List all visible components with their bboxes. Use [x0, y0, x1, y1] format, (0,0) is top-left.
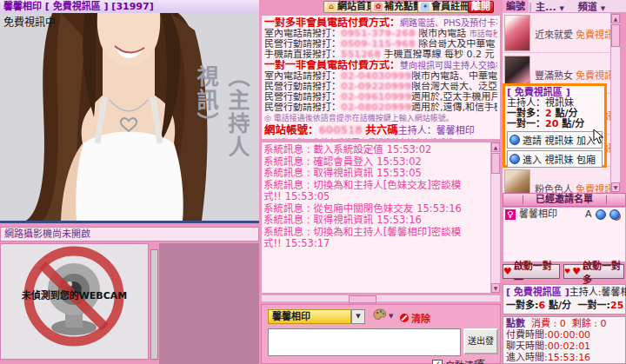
start-one-on-one-button[interactable]: ♥ 啟動一對一 — [503, 264, 560, 279]
scroll-thumb[interactable] — [611, 24, 620, 47]
invited-row[interactable]: ♀ 馨馨相印 A — [503, 208, 625, 222]
free-video-status-label: 免費視訊中 — [3, 14, 56, 29]
webcam-icon[interactable] — [596, 209, 606, 220]
scroll-up-icon[interactable]: ▲ — [611, 14, 620, 23]
heart-icon: ♥ — [572, 266, 581, 277]
column-id: 編號 — [503, 0, 529, 13]
grade-badge: A — [585, 208, 592, 221]
payment-info-panel: 一對多非會員電話付費方式：網路電話、PHS及預付卡不可使 室內電話請撥打：095… — [261, 15, 501, 140]
phone-number: 02-04030999 — [341, 71, 411, 82]
system-message-list: 系統訊息 : 載入系統設定值15:53:02 系統訊息 : 確認會員登入15:5… — [263, 144, 489, 291]
female-icon: ♀ — [505, 209, 516, 220]
lower-left-area — [159, 243, 259, 364]
no-entry-icon — [399, 313, 410, 323]
mouse-cursor — [593, 129, 605, 144]
sender-select[interactable]: 馨馨相印 — [268, 309, 351, 324]
enter-time-value: 15:53:16 — [548, 352, 590, 363]
invited-list-panel: ♀ 馨馨相印 A — [503, 207, 626, 262]
video-chat-app: 馨馨相印 [ 免費視訊區 ] [31997] 免費視訊中 — [0, 0, 626, 364]
phone-number: 551268 — [341, 50, 381, 60]
column-host-sort[interactable]: 主... ▼ — [532, 0, 568, 13]
phone-number: 0951-379-268 — [341, 29, 416, 39]
site-account-label: 網站帳號： — [264, 123, 319, 136]
leave-button[interactable]: 離開 — [468, 1, 494, 13]
sender-select-arrow-icon[interactable]: ▼ — [351, 309, 365, 324]
current-room-info: [ 免費視訊區 ]主持人:馨馨相印 一對多:6 點/分 一對一:25 點/分 — [503, 284, 626, 314]
free-video-badge: 免費視訊 — [576, 68, 614, 82]
auto-clear-option[interactable]: ✓ 自動清除 — [432, 358, 483, 364]
system-message: 系統訊息 : 確認會員登入15:53:02 — [263, 156, 489, 169]
host-thumbnail — [504, 15, 530, 51]
host-video-overlay-label: （主持人視訊） — [190, 65, 252, 169]
pay-title-many: 一對多非會員電話付費方式： — [264, 17, 400, 29]
scroll-up-icon[interactable]: ▲ — [491, 142, 500, 152]
scroll-down-icon[interactable]: ▼ — [611, 182, 620, 192]
host-row[interactable]: 近來就愛 免費視訊 — [503, 13, 610, 53]
palette-arrow-icon[interactable]: ▼ — [389, 313, 393, 320]
paid-time-value: 00:00:00 — [548, 329, 590, 341]
phone-instruction-note: ◎ 電話接通後依語音提示在話機按鍵上輸入網站帳號。 — [264, 113, 497, 123]
message-h-scrollbar[interactable] — [261, 295, 501, 302]
my-webcam-panel: 未偵測到您的WEBCAM — [0, 243, 149, 360]
heart-icon: ♥ — [503, 266, 512, 277]
webcam-red-icon[interactable] — [609, 209, 620, 220]
window-title: 馨馨相印 [ 免費視訊區 ] [31997] — [0, 0, 259, 13]
phone-number: 02-09220999 — [341, 82, 411, 92]
chat-input-panel: 馨馨相印 ▼ ▼ 清除 送出發言 ✓ 自動清除 — [261, 304, 501, 364]
no-webcam-label: 未偵測到您的WEBCAM — [22, 288, 128, 301]
system-message: 系統訊息 : 從包廂中關閉色妹交友15:53:16 — [263, 203, 489, 215]
clear-chat-button[interactable]: 清除 — [399, 311, 430, 325]
register-icon: ✦ — [421, 3, 430, 11]
phone-number: 02-08020999 — [341, 103, 411, 113]
scroll-down-icon[interactable]: ▼ — [491, 283, 500, 293]
scroll-thumb[interactable] — [491, 153, 500, 174]
column-channel-filter[interactable]: 頻道 ▼ — [575, 0, 609, 13]
home-icon: ⌂ — [327, 3, 336, 11]
phone-number: 0509-115-968 — [341, 39, 416, 50]
pay-title-one: 一對一非會員電話付費方式： — [264, 60, 400, 71]
webcam-icon — [509, 135, 520, 145]
auto-clear-checkbox[interactable]: ✓ — [432, 360, 443, 364]
system-message: 系統訊息 : 切換為和主持人[色妹交友]密談模式!!15:53:05 — [263, 180, 489, 203]
invited-list-header: 已經邀請名單 — [503, 193, 626, 207]
vertical-splitter-handle[interactable] — [150, 249, 158, 360]
heart-icon: ♥ — [564, 268, 570, 275]
register-button[interactable]: ✦ 會員註冊 — [417, 1, 473, 13]
auto-one-on-one-note: ◎ 啟動一對一為雙向視訊可上傳視訊與主持人交換視訊。 — [264, 137, 497, 140]
enter-room-button[interactable]: 進入 視訊妹 包廂 — [507, 150, 603, 168]
points-icon: ✿ — [374, 3, 383, 11]
chevron-down-icon: ▼ — [601, 5, 605, 12]
system-message-panel: 系統訊息 : 載入系統設定值15:53:02 系統訊息 : 確認會員登入15:5… — [261, 142, 501, 294]
invite-host-button[interactable]: 邀請 視訊妹 加入 — [507, 131, 603, 149]
host-list-scrollbar[interactable]: ▲ ▼ — [610, 13, 621, 193]
host-video-panel: 免費視訊中 （主持人視訊） — [0, 13, 259, 223]
phone-number: 02-09610999 — [341, 92, 411, 103]
site-account-number: 600518 — [319, 124, 363, 136]
palette-icon[interactable] — [373, 308, 387, 323]
system-message: 系統訊息 : 取得視訊資訊15:53:05 — [263, 168, 489, 180]
host-list-header: 編號 | 主... ▼ 頻道 ▼ — [503, 0, 626, 13]
chat-message-input[interactable] — [268, 328, 461, 356]
free-zone-popup: [ 免費視訊區 ] 主持人：視訊妹 一對多：2 點/分 一對一：20 點/分 邀… — [503, 83, 607, 168]
system-message: 系統訊息 : 切換為和主持人[馨馨相印]密談模式!!15:53:17 — [263, 227, 489, 250]
session-stats-panel: 點數 消費 : 0 剩餘 : 0 付費時間:00:00:00 聊天時間:00:0… — [503, 316, 626, 364]
start-one-to-many-button[interactable]: ♥♥ 啟動一對多 — [563, 264, 624, 279]
webcam-icon — [509, 154, 520, 164]
message-scrollbar[interactable]: ▲ ▼ — [490, 142, 500, 293]
send-message-button[interactable]: 送出發言 — [463, 328, 498, 354]
webcam-status-bar: 網路攝影機尚未開啟 — [0, 227, 259, 242]
free-video-badge: 免費視訊 — [576, 27, 614, 41]
chevron-down-icon: ▼ — [559, 5, 563, 12]
system-message: 系統訊息 : 取得視訊資訊15:53:16 — [263, 215, 489, 227]
chat-time-value: 00:02:01 — [548, 341, 590, 352]
h-scroll-thumb[interactable] — [349, 295, 376, 303]
system-message: 系統訊息 : 載入系統設定值15:53:02 — [263, 144, 489, 156]
